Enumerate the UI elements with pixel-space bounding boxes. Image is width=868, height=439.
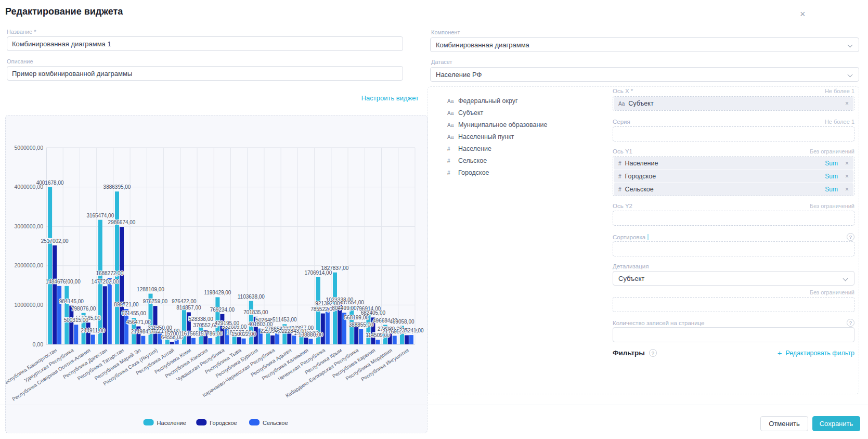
aggregation-selector[interactable]: Sum — [825, 160, 838, 167]
field-label: Федеральный округ — [458, 97, 518, 105]
bar-value-label: 3886395,00 — [103, 184, 131, 190]
bar — [393, 336, 397, 345]
y2-axis-dropzone[interactable] — [613, 211, 854, 226]
series-dropzone[interactable] — [613, 126, 854, 141]
bar — [57, 286, 61, 344]
field-label: Городское — [458, 169, 489, 176]
page-title: Редактирование виджета — [5, 6, 123, 17]
bar — [48, 187, 52, 345]
text-field-icon: Аа — [447, 134, 455, 140]
bar — [287, 333, 291, 344]
detail-label: Детализация — [613, 263, 649, 269]
remove-icon[interactable]: × — [845, 173, 849, 180]
bar-value-label: 769234,00 — [210, 307, 235, 313]
dataset-value: Население РФ — [436, 71, 482, 79]
legend-swatch — [249, 419, 260, 425]
description-label: Описание — [7, 58, 33, 64]
combined-chart: 0,001000000,002000000,003000000,00400000… — [6, 115, 427, 433]
field-label: Муниципальное образование — [458, 121, 547, 128]
cancel-button[interactable]: Отменить — [760, 416, 808, 431]
bar-value-label: 1198429,00 — [204, 290, 231, 295]
dataset-field-item[interactable]: АаМуниципальное образование — [447, 121, 547, 129]
bar-value-label: 798076,00 — [71, 306, 96, 312]
sorting-dropzone[interactable] — [613, 241, 854, 256]
bar — [64, 286, 69, 344]
dataset-field-item[interactable]: #Городское — [447, 169, 547, 177]
bar-value-label: 1288109,00 — [137, 287, 164, 292]
x-axis-label: Ось X * — [613, 88, 633, 94]
remove-icon[interactable]: × — [845, 100, 849, 107]
bar-value-label: 976422,00 — [172, 299, 197, 304]
y1-field-chip[interactable]: #НаселениеSum× — [614, 157, 853, 170]
legend-label: Городское — [210, 420, 237, 426]
bar-value-label: 138880,00 — [299, 332, 323, 338]
dataset-field-item[interactable]: #Население — [447, 145, 547, 153]
chevron-down-icon — [843, 276, 848, 281]
x-axis-dropzone[interactable]: Аа Субъект × — [613, 96, 854, 111]
sorting-label: Сортировка — [613, 234, 649, 240]
bar — [103, 286, 107, 344]
dataset-fields-list: АаФедеральный округАаСубъектАаМуниципаль… — [447, 97, 547, 177]
close-icon[interactable]: × — [800, 9, 806, 19]
bar — [237, 337, 241, 344]
x-axis-field-chip[interactable]: Аа Субъект × — [614, 97, 853, 110]
bar — [53, 246, 57, 344]
number-field-icon: # — [447, 146, 455, 152]
component-select[interactable]: Комбинированная диаграмма — [430, 37, 859, 52]
help-icon[interactable]: ? — [847, 233, 854, 241]
bar — [304, 338, 308, 344]
svg-text:3000000,00: 3000000,00 — [15, 223, 44, 229]
remove-icon[interactable]: × — [845, 186, 849, 193]
y1-field-chip[interactable]: #СельскоеSum× — [614, 183, 853, 196]
y1-axis-dropzone[interactable]: #НаселениеSum×#ГородскоеSum×#СельскоеSum… — [613, 156, 854, 196]
dataset-field-item[interactable]: АаСубъект — [447, 109, 547, 117]
bar-value-label: 976759,00 — [143, 299, 168, 304]
edit-filter-label: Редактировать фильтр — [785, 350, 854, 357]
bar-value-label: 671455,00 — [122, 311, 147, 316]
bar — [91, 335, 95, 345]
series-row: Серия Не более 1 — [613, 119, 854, 125]
footer-divider — [0, 405, 868, 405]
help-icon[interactable]: ? — [847, 319, 854, 327]
extra-dropzone[interactable] — [613, 297, 854, 312]
field-label: Сельское — [458, 157, 487, 164]
aggregation-selector[interactable]: Sum — [825, 186, 838, 193]
dataset-select[interactable]: Население РФ — [430, 67, 859, 82]
y1-limit-hint: Без ограничений — [810, 148, 854, 154]
dataset-field-item[interactable]: АаФедеральный округ — [447, 97, 547, 105]
configure-widget-link[interactable]: Настроить виджет — [7, 94, 419, 102]
field-label: Населенный пункт — [458, 133, 514, 140]
y1-axis-label: Ось Y1 — [613, 148, 632, 154]
dataset-field-item[interactable]: #Сельское — [447, 157, 547, 165]
dataset-label: Датасет — [431, 59, 452, 65]
text-cursor — [647, 234, 649, 240]
legend-label: Сельское — [263, 420, 288, 426]
bar-value-label: 1484676,00 — [46, 279, 73, 285]
bar-value-label: 3165474,00 — [86, 213, 114, 218]
y1-field-chip[interactable]: #ГородскоеSum× — [614, 170, 853, 183]
page-size-input[interactable] — [613, 327, 854, 342]
extra-limit-hint: Без ограничений — [810, 289, 854, 295]
edit-filter-link[interactable]: + Редактировать фильтр — [778, 348, 854, 357]
bar-value-label: 528338,00 — [189, 316, 214, 322]
bar-value-label: 456471,00 — [126, 319, 151, 325]
field-label: Субъект — [458, 109, 483, 117]
bar-value-label: 814857,00 — [176, 305, 201, 311]
detail-select[interactable]: Субъект — [613, 271, 854, 286]
bar-value-label: 2517002,00 — [41, 238, 69, 244]
chip-label: Городское — [625, 173, 656, 180]
name-label: Название * — [7, 29, 36, 35]
bar-value-label: 1688272,00 — [96, 270, 123, 276]
bar — [275, 333, 279, 344]
aggregation-selector[interactable]: Sum — [825, 173, 838, 180]
remove-icon[interactable]: × — [845, 160, 849, 167]
bar-value-label: 984145,00 — [59, 299, 84, 304]
text-field-icon: Аа — [447, 98, 455, 104]
component-label: Компонент — [431, 29, 460, 35]
save-button[interactable]: Сохранить — [812, 416, 860, 431]
dataset-field-item[interactable]: АаНаселенный пункт — [447, 133, 547, 141]
widget-name-input[interactable] — [7, 36, 403, 51]
help-icon[interactable]: ? — [649, 349, 657, 357]
widget-description-input[interactable] — [7, 66, 403, 81]
bar-value-label: 388855,00 — [349, 322, 374, 328]
